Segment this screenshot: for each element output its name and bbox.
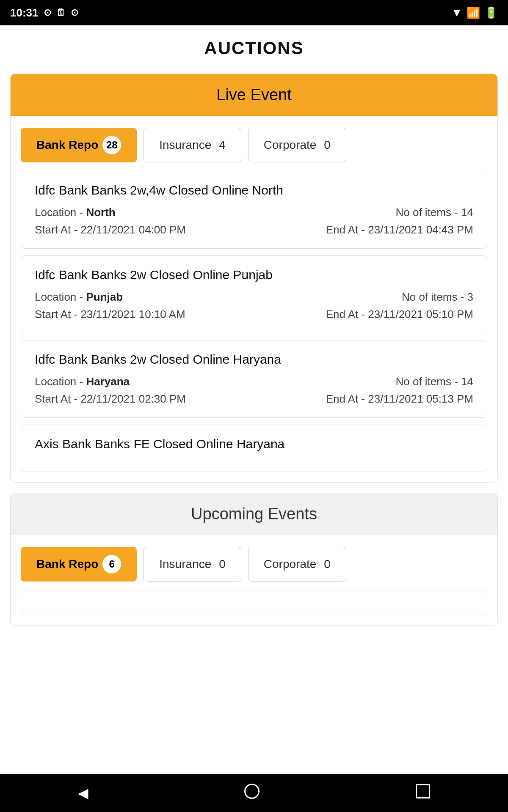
- live-bank-repo-count: 28: [102, 136, 121, 154]
- upcoming-bank-repo-label: Bank Repo: [36, 557, 98, 571]
- upcoming-event-card: Upcoming Events Bank Repo 6 Insurance 0 …: [10, 493, 498, 626]
- status-time: 10:31: [10, 6, 39, 19]
- live-corporate-label: Corporate: [264, 138, 317, 152]
- signal-icon: 📶: [467, 6, 480, 19]
- live-tab-insurance[interactable]: Insurance 4: [144, 128, 241, 162]
- auction-card-3[interactable]: Idfc Bank Banks 2w Closed Online Haryana…: [21, 340, 487, 418]
- auction-location-3: Location - Haryana: [35, 375, 130, 388]
- auction-end-2: End At - 23/11/2021 05:10 PM: [326, 308, 473, 321]
- auction-end-1: End At - 23/11/2021 04:43 PM: [326, 223, 473, 236]
- auction-items-2: No of items - 3: [402, 291, 473, 304]
- upcoming-partial-card: [21, 590, 487, 615]
- auction-title-4: Axis Bank Banks FE Closed Online Haryana: [35, 437, 473, 451]
- upcoming-tab-bank-repo[interactable]: Bank Repo 6: [21, 547, 137, 582]
- live-insurance-count: 4: [219, 138, 226, 152]
- live-event-header: Live Event: [11, 74, 497, 116]
- upcoming-event-title: Upcoming Events: [191, 505, 317, 523]
- upcoming-event-header: Upcoming Events: [11, 493, 497, 535]
- auction-location-1: Location - North: [35, 206, 116, 219]
- recent-icon: [416, 784, 430, 798]
- live-tab-bank-repo[interactable]: Bank Repo 28: [21, 128, 137, 162]
- auction-start-2: Start At - 23/11/2021 10:10 AM: [35, 308, 185, 321]
- auction-meta-2: Location - Punjab No of items - 3: [35, 291, 473, 304]
- live-tab-corporate[interactable]: Corporate 0: [248, 128, 346, 162]
- home-button[interactable]: [227, 779, 276, 807]
- auction-card-2[interactable]: Idfc Bank Banks 2w Closed Online Punjab …: [21, 255, 487, 333]
- bottom-nav: ◀: [0, 774, 508, 812]
- auction-dates-2: Start At - 23/11/2021 10:10 AM End At - …: [35, 308, 473, 321]
- app-icon-1: ⊙: [44, 7, 51, 18]
- auction-card-1[interactable]: Idfc Bank Banks 2w,4w Closed Online Nort…: [21, 171, 487, 249]
- home-icon: [244, 784, 260, 799]
- auction-start-1: Start At - 22/11/2021 04:00 PM: [35, 223, 186, 236]
- auction-end-3: End At - 23/11/2021 05:13 PM: [326, 392, 473, 406]
- upcoming-insurance-count: 0: [219, 557, 226, 571]
- auction-title-3: Idfc Bank Banks 2w Closed Online Haryana: [35, 352, 473, 367]
- auction-dates-3: Start At - 22/11/2021 02:30 PM End At - …: [35, 392, 473, 406]
- live-event-card: Live Event Bank Repo 28 Insurance 4 Corp…: [10, 74, 498, 483]
- app-icon-2: 🗓: [56, 7, 66, 18]
- upcoming-insurance-label: Insurance: [159, 557, 211, 571]
- upcoming-tab-insurance[interactable]: Insurance 0: [144, 547, 241, 582]
- upcoming-corporate-label: Corporate: [264, 557, 317, 571]
- auction-card-4[interactable]: Axis Bank Banks FE Closed Online Haryana: [21, 425, 487, 472]
- wifi-icon: ▼: [451, 6, 462, 19]
- live-insurance-label: Insurance: [159, 138, 211, 152]
- auction-meta-3: Location - Haryana No of items - 14: [35, 375, 473, 388]
- auction-title-2: Idfc Bank Banks 2w Closed Online Punjab: [35, 268, 473, 282]
- status-bar: 10:31 ⊙ 🗓 ⊙ ▼ 📶 🔋: [0, 0, 508, 25]
- back-button[interactable]: ◀: [61, 781, 105, 805]
- upcoming-tab-corporate[interactable]: Corporate 0: [248, 547, 346, 582]
- status-left: 10:31 ⊙ 🗓 ⊙: [10, 6, 78, 19]
- back-icon: ◀: [78, 785, 88, 801]
- battery-icon: 🔋: [484, 6, 498, 19]
- app-icon-3: ⊙: [71, 7, 78, 18]
- live-event-title: Live Event: [216, 86, 291, 104]
- auction-dates-1: Start At - 22/11/2021 04:00 PM End At - …: [35, 223, 473, 236]
- upcoming-event-tabs: Bank Repo 6 Insurance 0 Corporate 0: [11, 535, 497, 590]
- auction-location-2: Location - Punjab: [35, 291, 123, 304]
- auction-items-3: No of items - 14: [395, 375, 473, 388]
- live-auction-list: Idfc Bank Banks 2w,4w Closed Online Nort…: [11, 171, 497, 482]
- live-event-tabs: Bank Repo 28 Insurance 4 Corporate 0: [11, 116, 497, 171]
- main-content: AUCTIONS Live Event Bank Repo 28 Insuran…: [0, 25, 508, 774]
- auction-meta-1: Location - North No of items - 14: [35, 206, 473, 219]
- live-bank-repo-label: Bank Repo: [36, 138, 98, 152]
- upcoming-bank-repo-count: 6: [102, 555, 121, 573]
- auction-items-1: No of items - 14: [395, 206, 473, 219]
- auction-title-1: Idfc Bank Banks 2w,4w Closed Online Nort…: [35, 183, 473, 198]
- live-corporate-count: 0: [324, 138, 331, 152]
- upcoming-corporate-count: 0: [324, 557, 331, 571]
- status-right: ▼ 📶 🔋: [451, 6, 498, 19]
- auction-start-3: Start At - 22/11/2021 02:30 PM: [35, 392, 186, 406]
- page-title: AUCTIONS: [10, 38, 498, 58]
- recent-button[interactable]: [399, 780, 447, 806]
